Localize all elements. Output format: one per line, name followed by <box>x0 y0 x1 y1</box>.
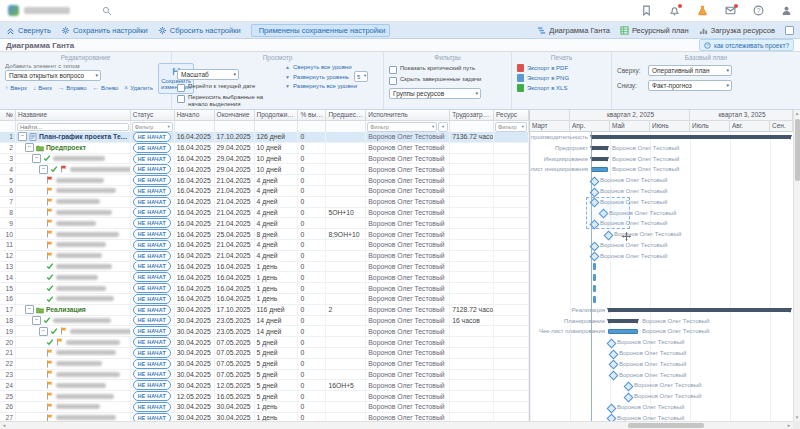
collapse-toggle-icon[interactable]: − <box>32 316 41 325</box>
horizontal-scroll-thumb[interactable] <box>628 423 704 428</box>
column-header-6[interactable]: % выполнения <box>298 110 326 120</box>
table-row[interactable]: 20НЕ НАЧАТ30.04.202507.05.20255 дней0Вор… <box>0 337 529 348</box>
table-row[interactable]: 27НЕ НАЧАТ30.04.202530.04.20251 день0Вор… <box>0 413 529 421</box>
collapse-toggle-icon[interactable]: − <box>25 143 34 152</box>
scroll-up-arrow-icon[interactable]: ▲ <box>794 110 800 117</box>
gantt-milestone[interactable] <box>609 371 619 381</box>
table-row[interactable]: 21НЕ НАЧАТ30.04.202507.05.20255 дней0Вор… <box>0 348 529 359</box>
table-row[interactable]: 23НЕ НАЧАТ30.04.202507.05.20255 дней0Вор… <box>0 370 529 381</box>
task-search-input[interactable] <box>17 123 129 131</box>
gantt-task-bar[interactable] <box>608 329 638 334</box>
vertical-scroll-thumb[interactable] <box>795 119 800 181</box>
collapse-toggle-icon[interactable]: − <box>32 154 41 163</box>
table-row[interactable]: 12НЕ НАЧАТ16.04.202521.04.20254 дней0Вор… <box>0 251 529 262</box>
expand-all-button[interactable]: ▼ Развернуть все уровни <box>285 83 368 89</box>
collapse-panel-button[interactable]: Свернуть <box>6 26 51 35</box>
collapse-toggle-icon[interactable]: − <box>39 165 48 174</box>
filter-select-resource[interactable]: Фильтр▾ <box>495 122 527 132</box>
hide-done-checkbox-row[interactable]: Скрыть завершенные задачи <box>389 76 506 85</box>
export-png-button[interactable]: Экспорт в PNG <box>517 74 606 82</box>
gantt-one-day-bar[interactable] <box>593 274 596 281</box>
table-row[interactable]: 17−РеализацияНЕ НАЧАТ30.04.202517.10.202… <box>0 305 529 316</box>
column-header-1[interactable]: Название <box>16 110 131 120</box>
gantt-milestone[interactable] <box>624 392 634 402</box>
table-row[interactable]: 6НЕ НАЧАТ16.04.202521.04.20254 дней0Воро… <box>0 186 529 197</box>
table-row[interactable]: 10НЕ НАЧАТ16.04.202525.04.20258 дней08;9… <box>0 229 529 240</box>
gantt-summary-bar[interactable] <box>608 308 791 312</box>
table-row[interactable]: 7НЕ НАЧАТ16.04.202521.04.20254 дней0Воро… <box>0 197 529 208</box>
export-pdf-button[interactable]: Экспорт в PDF <box>517 64 606 72</box>
table-row[interactable]: 15НЕ НАЧАТ16.04.202516.04.20251 день0Вор… <box>0 283 529 294</box>
mail-icon[interactable] <box>724 5 736 17</box>
view-resource-load-tab[interactable]: Загрузка ресурсов <box>699 26 775 35</box>
filter-select-executor[interactable]: Фильтр▾ <box>367 122 437 132</box>
expand-level-select[interactable]: 5▾ <box>354 71 368 82</box>
table-row[interactable]: 18−НЕ НАЧАТ30.04.202523.05.202514 дней0В… <box>0 316 529 327</box>
scroll-left-arrow-icon[interactable]: ◄ <box>0 422 8 429</box>
view-resource-plan-tab[interactable]: Ресурсный план <box>620 26 689 35</box>
export-xls-button[interactable]: Экспорт в XLS <box>517 84 606 92</box>
gantt-milestone[interactable] <box>607 338 617 348</box>
gantt-summary-bar[interactable] <box>608 319 638 323</box>
column-header-4[interactable]: Окончание <box>215 110 255 120</box>
column-header-10[interactable]: Ресурс <box>494 110 529 120</box>
column-header-7[interactable]: Предшественники <box>326 110 366 120</box>
add-element-type-select[interactable]: Папка открытых вопросо▾ <box>5 70 101 81</box>
collapse-toggle-icon[interactable]: − <box>25 305 34 314</box>
horizontal-scrollbar[interactable]: ◄ ► <box>0 421 793 429</box>
edit-action-вправо[interactable]: →Вправо <box>58 84 87 91</box>
gantt-one-day-bar[interactable] <box>593 263 596 270</box>
critical-path-checkbox-row[interactable]: Показать критический путь <box>389 65 506 74</box>
table-row[interactable]: 5НЕ НАЧАТ16.04.202521.04.20254 дней0Воро… <box>0 175 529 186</box>
edit-action-вниз[interactable]: ↓Вниз <box>33 84 52 91</box>
view-gantt-tab[interactable]: Диаграмма Ганта <box>537 26 610 35</box>
table-row[interactable]: 22НЕ НАЧАТ30.04.202507.05.20255 дней0Вор… <box>0 359 529 370</box>
column-header-8[interactable]: Исполнитель <box>366 110 450 120</box>
table-row[interactable]: 3−НЕ НАЧАТ16.04.202529.04.202510 дней0Во… <box>0 154 529 165</box>
filter-extra-dropdown[interactable]: ▾ <box>438 122 448 132</box>
critical-path-checkbox[interactable] <box>389 66 397 74</box>
baseline-bottom-select[interactable]: Факт-прогноз▾ <box>648 80 732 91</box>
table-row[interactable]: 1−План-график проекта Тестовый проеНЕ НА… <box>0 132 529 143</box>
column-header-9[interactable]: Трудозатраты <box>450 110 494 120</box>
column-header-3[interactable]: Начало <box>175 110 215 120</box>
edit-action-вверх[interactable]: ↑Вверх <box>5 84 27 91</box>
column-header-5[interactable]: Продолжительность <box>255 110 299 120</box>
gantt-summary-bar[interactable] <box>591 135 791 139</box>
table-row[interactable]: 4−НЕ НАЧАТ16.04.202529.04.202510 дней0Во… <box>0 164 529 175</box>
scale-select[interactable]: Масштаб▾ <box>177 69 239 80</box>
save-settings-button[interactable]: Сохранить настройки <box>61 26 148 35</box>
column-header-2[interactable]: Статус <box>131 110 175 120</box>
table-row[interactable]: 13НЕ НАЧАТ16.04.202516.04.20251 день0Вор… <box>0 262 529 273</box>
expand-level-button[interactable]: ▼ Развернуть уровень 5▾ <box>285 71 368 82</box>
gantt-milestone[interactable] <box>604 230 614 240</box>
gantt-summary-bar[interactable] <box>591 146 608 150</box>
goto-today-checkbox[interactable] <box>177 84 185 92</box>
gantt-milestone[interactable] <box>609 349 619 359</box>
move-selected-checkbox[interactable] <box>177 95 185 103</box>
gantt-task-bar[interactable] <box>591 167 608 172</box>
filter-select-status[interactable]: Фильтр▾ <box>132 122 173 132</box>
gantt-milestone[interactable] <box>624 381 634 391</box>
bookmark-icon[interactable] <box>640 5 652 17</box>
collapse-toggle-icon[interactable]: − <box>18 132 27 141</box>
hide-done-checkbox[interactable] <box>389 77 397 85</box>
gantt-summary-bar[interactable] <box>591 157 608 161</box>
scroll-right-arrow-icon[interactable]: ► <box>785 422 793 429</box>
help-icon[interactable]: ? <box>752 5 764 17</box>
move-selected-checkbox-row[interactable]: Переносить выбранные на начало выделения <box>177 94 277 108</box>
search-input[interactable] <box>116 5 290 16</box>
table-row[interactable]: 16НЕ НАЧАТ16.04.202516.04.20251 день0Вор… <box>0 294 529 305</box>
collapse-toggle-icon[interactable]: − <box>39 327 48 336</box>
table-row[interactable]: 19−НЕ НАЧАТ30.04.202523.05.202514 дней0В… <box>0 326 529 337</box>
reset-settings-button[interactable]: Сбросить настройки <box>158 26 241 35</box>
resource-groups-select[interactable]: Группы ресурсов▾ <box>389 88 481 99</box>
table-row[interactable]: 2−ПредпроектНЕ НАЧАТ16.04.202529.04.2025… <box>0 143 529 154</box>
bell-icon[interactable] <box>668 5 680 17</box>
column-header-0[interactable]: № <box>0 110 16 120</box>
table-row[interactable]: 25НЕ НАЧАТ12.05.202516.05.20255 дней0Вор… <box>0 391 529 402</box>
gantt-one-day-bar[interactable] <box>593 285 596 292</box>
table-row[interactable]: 8НЕ НАЧАТ16.04.202521.04.20254 дней05ОН+… <box>0 208 529 219</box>
table-row[interactable]: 9НЕ НАЧАТ16.04.202521.04.20254 дней0Воро… <box>0 218 529 229</box>
collapse-all-button[interactable]: ▲ Свернуть все уровни <box>285 64 368 70</box>
